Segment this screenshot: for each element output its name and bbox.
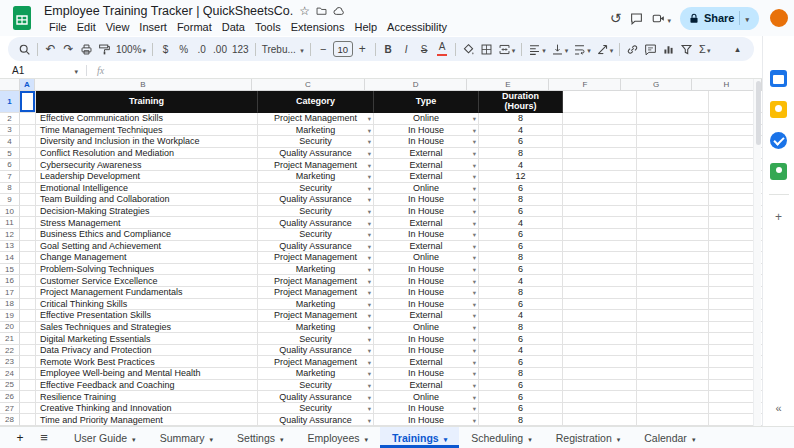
- column-header-F[interactable]: F: [549, 79, 621, 91]
- menu-data[interactable]: Data: [217, 21, 250, 33]
- dropdown-caret-icon[interactable]: [368, 356, 371, 366]
- cell-training[interactable]: Data Privacy and Protection: [36, 345, 258, 357]
- row-header-12[interactable]: 12: [0, 229, 20, 241]
- cell-category-dropdown[interactable]: Security: [258, 403, 374, 415]
- column-header-E[interactable]: E: [467, 79, 549, 91]
- cell-training[interactable]: Cybersecurity Awareness: [36, 159, 258, 171]
- cell-duration[interactable]: 6: [479, 380, 563, 392]
- header-cell-category[interactable]: Category: [258, 91, 374, 113]
- tab-menu-caret-icon[interactable]: [210, 432, 214, 444]
- cell-F25[interactable]: [563, 380, 637, 392]
- cell-training[interactable]: Business Ethics and Compliance: [36, 229, 258, 241]
- cell-training[interactable]: Leadership Development: [36, 171, 258, 183]
- cell-F4[interactable]: [563, 136, 637, 148]
- cell-F28[interactable]: [563, 414, 637, 426]
- cell-type-dropdown[interactable]: External: [374, 159, 479, 171]
- cell-type-dropdown[interactable]: In House: [374, 125, 479, 137]
- avatar[interactable]: [768, 7, 790, 29]
- cell-training[interactable]: Creative Thinking and Innovation: [36, 403, 258, 415]
- column-header-B[interactable]: B: [35, 79, 252, 91]
- cell-A17[interactable]: [20, 287, 36, 299]
- contacts-icon[interactable]: [770, 163, 787, 180]
- cell-A18[interactable]: [20, 299, 36, 311]
- cell-G10[interactable]: [637, 206, 709, 218]
- insert-link-button[interactable]: [624, 39, 641, 59]
- cell-F10[interactable]: [563, 206, 637, 218]
- dropdown-caret-icon[interactable]: [473, 136, 476, 146]
- cell-training[interactable]: Problem-Solving Techniques: [36, 264, 258, 276]
- cell-duration[interactable]: 6: [479, 183, 563, 195]
- cell-duration[interactable]: 4: [479, 345, 563, 357]
- cell-F23[interactable]: [563, 356, 637, 368]
- row-header-14[interactable]: 14: [0, 252, 20, 264]
- dropdown-caret-icon[interactable]: [368, 241, 371, 251]
- header-cell-type[interactable]: Type: [374, 91, 479, 113]
- sheets-logo-icon[interactable]: [10, 5, 34, 31]
- cell-G3[interactable]: [637, 125, 709, 137]
- cell-A9[interactable]: [20, 194, 36, 206]
- cell-category-dropdown[interactable]: Security: [258, 380, 374, 392]
- cell-training[interactable]: Effective Communication Skills: [36, 113, 258, 125]
- cell-type-dropdown[interactable]: External: [374, 217, 479, 229]
- dropdown-caret-icon[interactable]: [368, 252, 371, 262]
- cell-G9[interactable]: [637, 194, 709, 206]
- cell-type-dropdown[interactable]: In House: [374, 136, 479, 148]
- dropdown-caret-icon[interactable]: [473, 229, 476, 239]
- dropdown-caret-icon[interactable]: [473, 310, 476, 320]
- dropdown-caret-icon[interactable]: [473, 368, 476, 378]
- cell-G23[interactable]: [637, 356, 709, 368]
- cell-A28[interactable]: [20, 414, 36, 426]
- dropdown-caret-icon[interactable]: [368, 380, 371, 390]
- dropdown-caret-icon[interactable]: [368, 414, 371, 424]
- font-size-field[interactable]: 10: [333, 41, 353, 57]
- row-header-13[interactable]: 13: [0, 241, 20, 253]
- cell-A3[interactable]: [20, 125, 36, 137]
- cell-A24[interactable]: [20, 368, 36, 380]
- dropdown-caret-icon[interactable]: [473, 345, 476, 355]
- sheet-tab-employees[interactable]: Employees: [296, 427, 380, 448]
- column-header-H[interactable]: H: [692, 79, 762, 91]
- menu-help[interactable]: Help: [349, 21, 382, 33]
- cell-type-dropdown[interactable]: In House: [374, 414, 479, 426]
- cell-G11[interactable]: [637, 217, 709, 229]
- cell-type-dropdown[interactable]: External: [374, 171, 479, 183]
- cell-type-dropdown[interactable]: Online: [374, 113, 479, 125]
- cell-G2[interactable]: [637, 113, 709, 125]
- cell-A26[interactable]: [20, 391, 36, 403]
- cell-duration[interactable]: 8: [479, 322, 563, 334]
- cell-A25[interactable]: [20, 380, 36, 392]
- increase-decimal-button[interactable]: .00: [211, 39, 229, 59]
- zoom-control[interactable]: 100%: [114, 39, 148, 59]
- row-header-4[interactable]: 4: [0, 136, 20, 148]
- tab-menu-caret-icon[interactable]: [528, 432, 532, 444]
- cell-F9[interactable]: [563, 194, 637, 206]
- paint-format-button[interactable]: [96, 39, 113, 59]
- cell-duration[interactable]: 8: [479, 414, 563, 426]
- search-menus-button[interactable]: [16, 39, 33, 59]
- cell-duration[interactable]: 8: [479, 113, 563, 125]
- cell-G18[interactable]: [637, 299, 709, 311]
- cell-A21[interactable]: [20, 333, 36, 345]
- dropdown-caret-icon[interactable]: [473, 287, 476, 297]
- column-header-A[interactable]: A: [20, 79, 36, 91]
- cell-training[interactable]: Time Management Techniques: [36, 125, 258, 137]
- cell-F6[interactable]: [563, 159, 637, 171]
- cell-category-dropdown[interactable]: Project Management: [258, 159, 374, 171]
- fill-color-button[interactable]: [460, 39, 477, 59]
- dropdown-caret-icon[interactable]: [368, 310, 371, 320]
- cell-A15[interactable]: [20, 264, 36, 276]
- format-percent-button[interactable]: %: [175, 39, 192, 59]
- row-header-26[interactable]: 26: [0, 391, 20, 403]
- cell-duration[interactable]: 8: [479, 287, 563, 299]
- dropdown-caret-icon[interactable]: [473, 380, 476, 390]
- cell-training[interactable]: Stress Management: [36, 217, 258, 229]
- cell-A13[interactable]: [20, 241, 36, 253]
- cell-category-dropdown[interactable]: Quality Assurance: [258, 217, 374, 229]
- row-header-20[interactable]: 20: [0, 322, 20, 334]
- cell-F5[interactable]: [563, 148, 637, 160]
- cell-category-dropdown[interactable]: Project Management: [258, 310, 374, 322]
- cell-A12[interactable]: [20, 229, 36, 241]
- cell-G7[interactable]: [637, 171, 709, 183]
- cell-A7[interactable]: [20, 171, 36, 183]
- tasks-icon[interactable]: [770, 132, 787, 149]
